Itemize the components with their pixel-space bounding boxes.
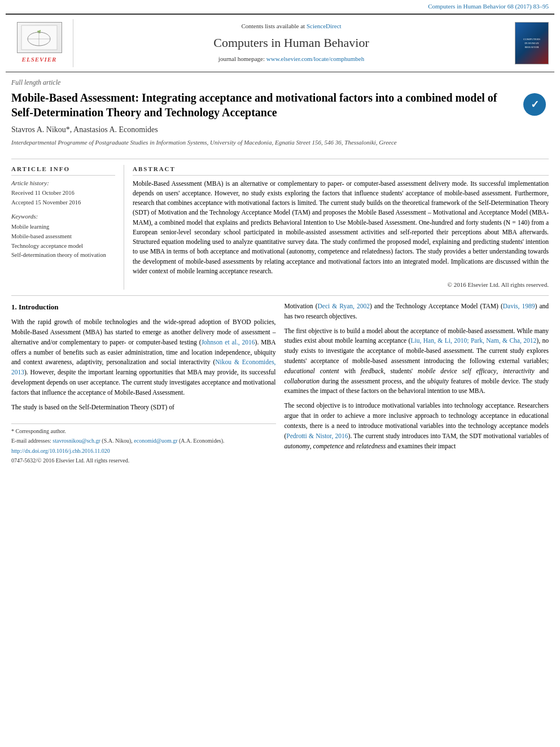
authors: Stavros A. Nikou*, Anastasios A. Economi… [11, 124, 549, 136]
journal-title-section: Contents lists available at ScienceDirec… [73, 19, 509, 67]
article-info-panel: ARTICLE INFO Article history: Received 1… [11, 165, 124, 290]
contents-text: Contents lists available at [241, 23, 305, 29]
ref-liu[interactable]: Liu, Han, & Li, 2010; Park, Nam, & Cha, … [410, 337, 536, 344]
abstract-content: Mobile-Based Assessment (MBA) is an alte… [133, 180, 549, 274]
keyword-2: Mobile-based assessment [11, 232, 115, 242]
authors-text: Stavros A. Nikou*, Anastasios A. Economi… [11, 125, 158, 134]
crossmark-badge: ✓ [520, 90, 549, 119]
email2-name: (A.A. Economides). [179, 438, 225, 444]
affiliation: Interdepartmental Programme of Postgradu… [11, 138, 549, 147]
ref-pedrotti[interactable]: Pedrotti & Nistor, 2016 [286, 433, 348, 439]
abstract-panel: ABSTRACT Mobile-Based Assessment (MBA) i… [133, 165, 549, 290]
title-row: Mobile-Based Assessment: Integrating acc… [11, 90, 549, 124]
history-dates: Received 11 October 2016 Accepted 15 Nov… [11, 189, 115, 208]
received-date: Received 11 October 2016 [11, 189, 115, 198]
keyword-1: Mobile learning [11, 222, 115, 232]
article-main: Mobile-Based Assessment: Integrating acc… [11, 90, 549, 159]
accepted-date: Accepted 15 November 2016 [11, 198, 115, 208]
right-para-1: Motivation (Deci & Ryan, 2002) and the T… [285, 302, 549, 322]
corresponding-note: * Corresponding author. [11, 427, 276, 435]
sciencedirect-link[interactable]: ScienceDirect [307, 23, 342, 29]
homepage-link[interactable]: www.elsevier.com/locate/comphumbeh [266, 55, 364, 62]
copyright: © 2016 Elsevier Ltd. All rights reserved… [133, 281, 549, 290]
article-info-title: ARTICLE INFO [11, 165, 115, 176]
elsevier-brand: ELSEVIER [22, 55, 57, 64]
section-title: Introduction [19, 303, 59, 311]
crossmark-icon: ✓ [523, 93, 546, 116]
keyword-3: Technology acceptance model [11, 242, 115, 251]
ref-johnson[interactable]: Johnson et al., 2016 [202, 339, 255, 346]
right-para-3: The second objective is to introduce mot… [285, 401, 549, 451]
intro-heading: 1. Introduction [11, 302, 276, 313]
keyword-4: Self-determination theory of motivation [11, 251, 115, 260]
abstract-title: ABSTRACT [133, 165, 549, 176]
body-content: 1. Introduction With the rapid growth of… [11, 302, 549, 466]
elsevier-logo-section: 🌿 ELSEVIER [6, 19, 73, 67]
keywords-label: Keywords: [11, 212, 115, 221]
article-type: Full length article [11, 78, 549, 88]
homepage-label: journal homepage: [218, 55, 265, 62]
contents-available: Contents lists available at ScienceDirec… [85, 22, 498, 31]
ref-nikou[interactable]: Nikou & Economides, 2013 [11, 359, 276, 375]
history-label: Article history: [11, 179, 115, 188]
doi-link[interactable]: http://dx.doi.org/10.1016/j.chb.2016.11.… [11, 448, 110, 454]
intro-para-2: The study is based on the Self-Determina… [11, 403, 276, 413]
journal-name: Computers in Human Behavior [85, 34, 498, 52]
elsevier-logo-image: 🌿 [17, 22, 62, 53]
issn-line: 0747-5632/© 2016 Elsevier Ltd. All right… [11, 457, 276, 465]
body-right-column: Motivation (Deci & Ryan, 2002) and the T… [285, 302, 549, 466]
journal-ref-text: Computers in Human Behavior 68 (2017) 83… [428, 3, 549, 10]
doi-line: http://dx.doi.org/10.1016/j.chb.2016.11.… [11, 447, 276, 455]
email2-link[interactable]: economid@uom.gr [134, 438, 177, 444]
journal-header: 🌿 ELSEVIER Contents lists available at S… [6, 14, 554, 72]
journal-reference: Computers in Human Behavior 68 (2017) 83… [0, 0, 560, 14]
journal-cover-image: COMPUTERSIN HUMANBEHAVIOR [509, 19, 554, 67]
ref-davis[interactable]: Davis, 1989 [503, 303, 535, 309]
body-left-column: 1. Introduction With the rapid growth of… [11, 302, 276, 466]
cover-thumbnail: COMPUTERSIN HUMANBEHAVIOR [515, 22, 549, 64]
abstract-text: Mobile-Based Assessment (MBA) is an alte… [133, 179, 549, 277]
email1-name: (S.A. Nikou), [102, 438, 132, 444]
svg-rect-0 [21, 25, 57, 50]
article-title: Mobile-Based Assessment: Integrating acc… [11, 90, 520, 120]
journal-homepage: journal homepage: www.elsevier.com/locat… [85, 55, 498, 64]
svg-text:🌿: 🌿 [37, 30, 41, 34]
section-number: 1. [11, 303, 17, 311]
article-info-abstract: ARTICLE INFO Article history: Received 1… [11, 165, 549, 290]
email-label: E-mail addresses: [11, 438, 51, 444]
footnote-area: * Corresponding author. E-mail addresses… [11, 423, 276, 465]
right-para-2: The first objective is to build a model … [285, 326, 549, 397]
ref-deci-ryan[interactable]: Deci & Ryan, 2002 [317, 303, 369, 309]
section-divider [11, 295, 549, 296]
intro-para-1: With the rapid growth of mobile technolo… [11, 317, 276, 398]
keywords-list: Mobile learning Mobile-based assessment … [11, 222, 115, 260]
email1-link[interactable]: stavrosnikou@sch.gr [53, 438, 100, 444]
email-note: E-mail addresses: stavrosnikou@sch.gr (S… [11, 437, 276, 445]
